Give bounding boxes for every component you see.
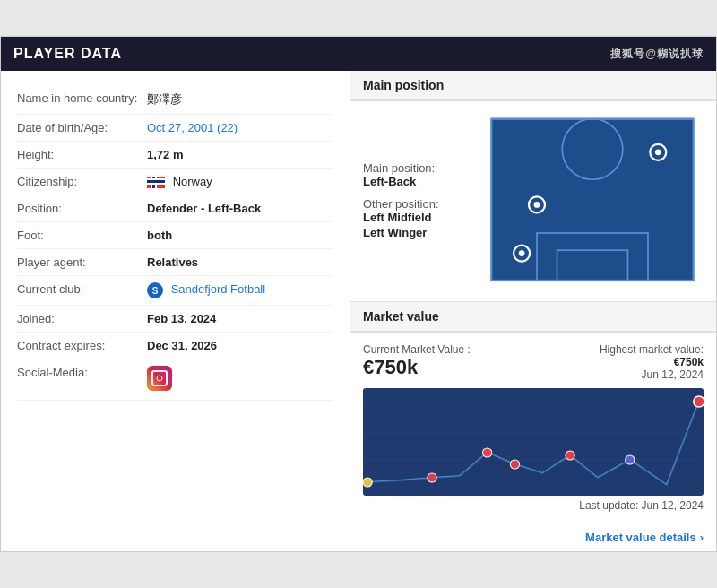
name-label: Name in home country: — [17, 91, 147, 105]
left-panel: Name in home country: 鄭澤彦 Date of birth/… — [1, 71, 350, 551]
height-row: Height: 1,72 m — [17, 142, 333, 169]
social-value — [147, 366, 172, 393]
norway-flag-icon — [147, 177, 165, 188]
agent-label: Player agent: — [17, 255, 147, 269]
watermark: 搜狐号@糊说扒球 — [610, 47, 704, 62]
height-label: Height: — [17, 148, 147, 161]
contract-label: Contract expires: — [17, 339, 147, 352]
club-row: Current club: Sandefjord Fotball — [17, 276, 333, 306]
name-row: Name in home country: 鄭澤彦 — [17, 85, 333, 115]
highest-value-amount: €750k — [600, 356, 704, 368]
dob-row: Date of birth/Age: Oct 27, 2001 (22) — [17, 115, 333, 142]
citizenship-text: Norway — [173, 175, 212, 188]
club-icon — [147, 282, 163, 298]
citizenship-row: Citizenship: Norway — [17, 169, 333, 195]
svg-point-19 — [483, 448, 492, 457]
other-pos-label-text: Other position: — [363, 197, 439, 211]
svg-point-17 — [363, 478, 372, 487]
other-position-label: Other position: — [363, 197, 471, 211]
player-card: PLAYER DATA 搜狐号@糊说扒球 Name in home countr… — [0, 36, 717, 552]
agent-row: Player agent: Relatives — [17, 249, 333, 276]
joined-label: Joined: — [17, 312, 147, 325]
last-update: Last update: Jun 12, 2024 — [363, 499, 704, 512]
svg-point-22 — [626, 455, 635, 464]
position-section: Main position: Left-Back Other position:… — [350, 101, 716, 302]
market-values: Current Market Value : €750k Highest mar… — [363, 343, 704, 381]
joined-value: Feb 13, 2024 — [147, 312, 216, 325]
other-position-value2: Left Winger — [363, 226, 471, 239]
citizenship-label: Citizenship: — [17, 175, 147, 188]
social-row: Social-Media: — [17, 359, 333, 401]
chart-svg — [363, 388, 704, 496]
svg-point-23 — [694, 396, 704, 407]
main-position-value: Left-Back — [363, 175, 471, 188]
svg-point-18 — [428, 473, 436, 482]
citizenship-value: Norway — [147, 175, 212, 188]
foot-row: Foot: both — [17, 222, 333, 249]
position-layout: Main position: Left-Back Other position:… — [363, 114, 704, 289]
field-container — [481, 114, 704, 289]
svg-point-8 — [534, 202, 540, 208]
joined-row: Joined: Feb 13, 2024 — [17, 306, 333, 333]
svg-point-6 — [655, 150, 661, 156]
foot-value: both — [147, 229, 172, 242]
chevron-right-icon: › — [700, 531, 704, 544]
market-section-title: Market value — [350, 302, 716, 333]
instagram-icon[interactable] — [147, 366, 172, 391]
social-label: Social-Media: — [17, 366, 147, 379]
current-value-label: Current Market Value : — [363, 343, 471, 356]
header-title: PLAYER DATA — [13, 46, 122, 62]
position-label: Position: — [17, 202, 147, 215]
market-chart — [363, 388, 704, 496]
header: PLAYER DATA 搜狐号@糊说扒球 — [1, 37, 716, 71]
highest-value-date: Jun 12, 2024 — [600, 368, 704, 381]
foot-label: Foot: — [17, 229, 147, 242]
position-row: Position: Defender - Left-Back — [17, 195, 333, 222]
club-value: Sandefjord Fotball — [147, 282, 265, 298]
current-value-amount: €750k — [363, 356, 471, 379]
club-label: Current club: — [17, 282, 147, 296]
market-details-text: Market value details — [585, 531, 696, 544]
position-labels: Main position: Left-Back Other position:… — [363, 161, 471, 241]
main-content: Name in home country: 鄭澤彦 Date of birth/… — [1, 71, 716, 551]
position-value: Defender - Left-Back — [147, 202, 261, 215]
svg-point-20 — [510, 460, 519, 469]
agent-value: Relatives — [147, 255, 198, 269]
club-name[interactable]: Sandefjord Fotball — [171, 283, 266, 297]
svg-point-21 — [566, 451, 574, 460]
main-pos-label-text: Main position: — [363, 161, 435, 175]
market-details-link[interactable]: Market value details › — [350, 523, 716, 551]
contract-value: Dec 31, 2026 — [147, 339, 217, 352]
football-field — [481, 114, 704, 286]
contract-row: Contract expires: Dec 31, 2026 — [17, 333, 333, 359]
height-value: 1,72 m — [147, 148, 183, 161]
main-position-label: Main position: — [363, 161, 471, 175]
position-section-title: Main position — [350, 71, 716, 101]
dob-value[interactable]: Oct 27, 2001 (22) — [147, 121, 238, 134]
market-section: Current Market Value : €750k Highest mar… — [350, 333, 716, 523]
name-value: 鄭澤彦 — [147, 91, 182, 108]
svg-point-10 — [519, 250, 525, 256]
highest-value-label: Highest market value: — [600, 343, 704, 356]
highest-value-block: Highest market value: €750k Jun 12, 2024 — [600, 343, 704, 381]
right-panel: Main position Main position: Left-Back O… — [350, 71, 716, 551]
current-value-block: Current Market Value : €750k — [363, 343, 471, 379]
dob-label: Date of birth/Age: — [17, 121, 147, 134]
other-position-value1: Left Midfield — [363, 211, 471, 224]
